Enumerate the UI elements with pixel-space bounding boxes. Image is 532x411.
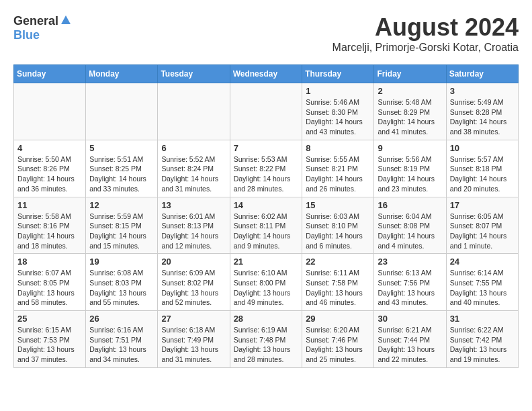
calendar-week-row: 18Sunrise: 6:07 AM Sunset: 8:05 PM Dayli… bbox=[14, 254, 519, 311]
calendar-cell: 14Sunrise: 6:02 AM Sunset: 8:11 PM Dayli… bbox=[230, 197, 302, 254]
header-tuesday: Tuesday bbox=[158, 65, 230, 83]
day-number: 31 bbox=[450, 314, 515, 324]
day-number: 4 bbox=[17, 143, 82, 153]
calendar-cell: 11Sunrise: 5:58 AM Sunset: 8:16 PM Dayli… bbox=[14, 197, 86, 254]
day-number: 3 bbox=[450, 86, 515, 96]
calendar-week-row: 25Sunrise: 6:15 AM Sunset: 7:53 PM Dayli… bbox=[14, 311, 519, 368]
day-number: 24 bbox=[450, 257, 515, 267]
day-number: 23 bbox=[378, 257, 442, 267]
calendar-cell: 24Sunrise: 6:14 AM Sunset: 7:55 PM Dayli… bbox=[446, 254, 518, 311]
calendar-cell: 31Sunrise: 6:22 AM Sunset: 7:42 PM Dayli… bbox=[446, 311, 518, 368]
logo: General Blue bbox=[13, 13, 71, 42]
day-number: 19 bbox=[89, 257, 154, 267]
calendar-cell bbox=[14, 83, 86, 140]
day-number: 5 bbox=[89, 143, 154, 153]
calendar-title-block: August 2024 Marcelji, Primorje-Gorski Ko… bbox=[332, 13, 519, 54]
day-info: Sunrise: 6:19 AM Sunset: 7:48 PM Dayligh… bbox=[234, 325, 299, 365]
calendar-cell: 28Sunrise: 6:19 AM Sunset: 7:48 PM Dayli… bbox=[230, 311, 302, 368]
day-number: 7 bbox=[234, 143, 299, 153]
day-info: Sunrise: 6:11 AM Sunset: 7:58 PM Dayligh… bbox=[306, 268, 370, 308]
day-info: Sunrise: 5:55 AM Sunset: 8:21 PM Dayligh… bbox=[306, 154, 370, 194]
day-number: 12 bbox=[89, 200, 154, 210]
day-info: Sunrise: 5:57 AM Sunset: 8:18 PM Dayligh… bbox=[450, 154, 515, 194]
day-info: Sunrise: 6:01 AM Sunset: 8:13 PM Dayligh… bbox=[161, 212, 226, 251]
calendar-header-row: SundayMondayTuesdayWednesdayThursdayFrid… bbox=[14, 65, 519, 83]
calendar-cell: 1Sunrise: 5:46 AM Sunset: 8:30 PM Daylig… bbox=[302, 83, 374, 140]
calendar-cell: 23Sunrise: 6:13 AM Sunset: 7:56 PM Dayli… bbox=[374, 254, 446, 311]
calendar-cell: 26Sunrise: 6:16 AM Sunset: 7:51 PM Dayli… bbox=[86, 311, 158, 368]
day-info: Sunrise: 5:52 AM Sunset: 8:24 PM Dayligh… bbox=[161, 154, 226, 194]
day-number: 20 bbox=[161, 257, 226, 267]
calendar-cell: 17Sunrise: 6:05 AM Sunset: 8:07 PM Dayli… bbox=[446, 197, 518, 254]
day-number: 1 bbox=[306, 86, 370, 96]
calendar-week-row: 4Sunrise: 5:50 AM Sunset: 8:26 PM Daylig… bbox=[14, 140, 519, 197]
day-info: Sunrise: 5:50 AM Sunset: 8:26 PM Dayligh… bbox=[17, 154, 82, 194]
day-info: Sunrise: 5:59 AM Sunset: 8:15 PM Dayligh… bbox=[89, 212, 154, 251]
day-number: 11 bbox=[17, 200, 82, 210]
day-info: Sunrise: 5:46 AM Sunset: 8:30 PM Dayligh… bbox=[306, 97, 370, 137]
day-number: 15 bbox=[306, 200, 370, 210]
day-info: Sunrise: 5:51 AM Sunset: 8:25 PM Dayligh… bbox=[89, 154, 154, 194]
calendar-cell: 20Sunrise: 6:09 AM Sunset: 8:02 PM Dayli… bbox=[158, 254, 230, 311]
day-number: 13 bbox=[161, 200, 226, 210]
calendar-cell: 2Sunrise: 5:48 AM Sunset: 8:29 PM Daylig… bbox=[374, 83, 446, 140]
day-number: 10 bbox=[450, 143, 515, 153]
calendar-cell: 9Sunrise: 5:56 AM Sunset: 8:19 PM Daylig… bbox=[374, 140, 446, 197]
day-info: Sunrise: 6:16 AM Sunset: 7:51 PM Dayligh… bbox=[89, 325, 154, 365]
day-number: 22 bbox=[306, 257, 370, 267]
svg-marker-0 bbox=[61, 15, 71, 24]
calendar-cell: 5Sunrise: 5:51 AM Sunset: 8:25 PM Daylig… bbox=[86, 140, 158, 197]
day-number: 16 bbox=[378, 200, 442, 210]
calendar-table: SundayMondayTuesdayWednesdayThursdayFrid… bbox=[13, 64, 519, 368]
calendar-cell: 16Sunrise: 6:04 AM Sunset: 8:08 PM Dayli… bbox=[374, 197, 446, 254]
day-number: 6 bbox=[161, 143, 226, 153]
day-number: 17 bbox=[450, 200, 515, 210]
calendar-cell: 27Sunrise: 6:18 AM Sunset: 7:49 PM Dayli… bbox=[158, 311, 230, 368]
day-info: Sunrise: 6:21 AM Sunset: 7:44 PM Dayligh… bbox=[378, 325, 442, 365]
day-info: Sunrise: 6:18 AM Sunset: 7:49 PM Dayligh… bbox=[161, 325, 226, 365]
day-info: Sunrise: 6:04 AM Sunset: 8:08 PM Dayligh… bbox=[378, 212, 442, 251]
calendar-cell: 18Sunrise: 6:07 AM Sunset: 8:05 PM Dayli… bbox=[14, 254, 86, 311]
day-info: Sunrise: 6:09 AM Sunset: 8:02 PM Dayligh… bbox=[161, 268, 226, 308]
calendar-cell: 4Sunrise: 5:50 AM Sunset: 8:26 PM Daylig… bbox=[14, 140, 86, 197]
calendar-cell bbox=[230, 83, 302, 140]
day-info: Sunrise: 5:58 AM Sunset: 8:16 PM Dayligh… bbox=[17, 212, 82, 251]
header-friday: Friday bbox=[374, 65, 446, 83]
calendar-cell: 25Sunrise: 6:15 AM Sunset: 7:53 PM Dayli… bbox=[14, 311, 86, 368]
header-thursday: Thursday bbox=[302, 65, 374, 83]
day-number: 28 bbox=[234, 314, 299, 324]
logo-blue-text: Blue bbox=[13, 28, 40, 42]
calendar-cell: 22Sunrise: 6:11 AM Sunset: 7:58 PM Dayli… bbox=[302, 254, 374, 311]
day-number: 25 bbox=[17, 314, 82, 324]
logo-general-text: General bbox=[13, 14, 58, 28]
day-number: 18 bbox=[17, 257, 82, 267]
header-monday: Monday bbox=[86, 65, 158, 83]
calendar-cell: 15Sunrise: 6:03 AM Sunset: 8:10 PM Dayli… bbox=[302, 197, 374, 254]
calendar-subtitle: Marcelji, Primorje-Gorski Kotar, Croatia bbox=[332, 42, 519, 54]
day-info: Sunrise: 6:22 AM Sunset: 7:42 PM Dayligh… bbox=[450, 325, 515, 365]
calendar-cell: 3Sunrise: 5:49 AM Sunset: 8:28 PM Daylig… bbox=[446, 83, 518, 140]
day-info: Sunrise: 5:48 AM Sunset: 8:29 PM Dayligh… bbox=[378, 97, 442, 137]
day-info: Sunrise: 6:10 AM Sunset: 8:00 PM Dayligh… bbox=[234, 268, 299, 308]
calendar-cell: 6Sunrise: 5:52 AM Sunset: 8:24 PM Daylig… bbox=[158, 140, 230, 197]
day-info: Sunrise: 5:49 AM Sunset: 8:28 PM Dayligh… bbox=[450, 97, 515, 137]
day-number: 27 bbox=[161, 314, 226, 324]
calendar-cell: 12Sunrise: 5:59 AM Sunset: 8:15 PM Dayli… bbox=[86, 197, 158, 254]
day-info: Sunrise: 5:56 AM Sunset: 8:19 PM Dayligh… bbox=[378, 154, 442, 194]
header-wednesday: Wednesday bbox=[230, 65, 302, 83]
day-info: Sunrise: 6:15 AM Sunset: 7:53 PM Dayligh… bbox=[17, 325, 82, 365]
calendar-cell: 8Sunrise: 5:55 AM Sunset: 8:21 PM Daylig… bbox=[302, 140, 374, 197]
calendar-cell bbox=[86, 83, 158, 140]
day-info: Sunrise: 6:08 AM Sunset: 8:03 PM Dayligh… bbox=[89, 268, 154, 308]
calendar-cell: 10Sunrise: 5:57 AM Sunset: 8:18 PM Dayli… bbox=[446, 140, 518, 197]
logo-triangle-icon bbox=[60, 15, 71, 28]
day-number: 2 bbox=[378, 86, 442, 96]
calendar-cell: 21Sunrise: 6:10 AM Sunset: 8:00 PM Dayli… bbox=[230, 254, 302, 311]
day-number: 9 bbox=[378, 143, 442, 153]
page-header: General Blue August 2024 Marcelji, Primo… bbox=[13, 13, 519, 54]
day-number: 21 bbox=[234, 257, 299, 267]
calendar-title: August 2024 bbox=[332, 13, 519, 42]
day-number: 14 bbox=[234, 200, 299, 210]
day-info: Sunrise: 5:53 AM Sunset: 8:22 PM Dayligh… bbox=[234, 154, 299, 194]
calendar-cell: 29Sunrise: 6:20 AM Sunset: 7:46 PM Dayli… bbox=[302, 311, 374, 368]
